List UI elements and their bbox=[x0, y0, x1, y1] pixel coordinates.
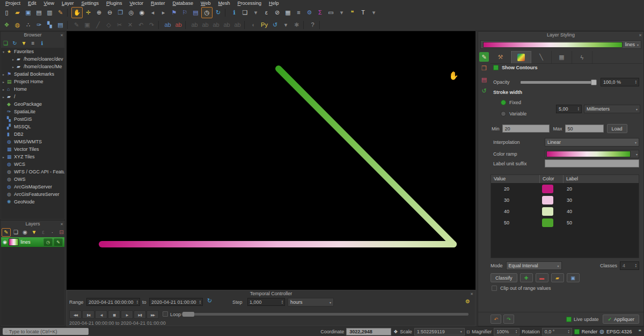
expand-tree-button[interactable]: ∙ bbox=[48, 229, 56, 236]
add-class-button[interactable]: ✚ bbox=[520, 273, 533, 282]
zoom-full-button[interactable]: ❐ bbox=[115, 8, 126, 18]
layer-selector-combo[interactable]: lines bbox=[480, 40, 641, 49]
map-canvas[interactable]: ✋ bbox=[67, 31, 475, 290]
digitize-line-button[interactable]: ╱ bbox=[93, 20, 103, 30]
rotation-spinbox[interactable]: 0,0 ° ▴▾ bbox=[542, 328, 572, 335]
add-spatialite-layer-button[interactable]: ✑ bbox=[34, 20, 44, 30]
add-selected-layers-button[interactable]: ❏ bbox=[2, 40, 10, 47]
min-input[interactable]: 20 bbox=[502, 125, 550, 133]
select-features-button[interactable]: ❏ bbox=[240, 8, 250, 18]
layer-labeling-button[interactable]: ab bbox=[163, 20, 173, 30]
select-by-expression-button[interactable]: ε bbox=[261, 8, 272, 18]
zoom-next-button[interactable]: ▸ bbox=[158, 8, 169, 18]
zoom-to-layer-button[interactable]: ◉ bbox=[137, 8, 147, 18]
statistics-panel-button[interactable]: Σ bbox=[315, 8, 325, 18]
browser-close-icon[interactable]: ✕ bbox=[60, 33, 63, 38]
browser-item[interactable]: ▸ ▰ /home/cloarec/Me bbox=[1, 63, 64, 70]
time-slider[interactable] bbox=[181, 313, 469, 316]
show-contours-checkbox[interactable] bbox=[493, 65, 499, 70]
locator-input[interactable]: ◌ Type to locate (Ctrl+K) bbox=[3, 328, 89, 335]
menu-item[interactable]: Edit bbox=[24, 0, 40, 6]
load-classes-button[interactable]: ▰ bbox=[551, 273, 564, 282]
map-tips-button[interactable]: ❝ bbox=[347, 8, 357, 18]
layer-diagram-button[interactable]: ab bbox=[173, 20, 184, 30]
spin-arrows-icon[interactable]: ▴▾ bbox=[634, 80, 636, 84]
browser-item[interactable]: ◆ GeoPackage bbox=[1, 100, 64, 108]
text-annotation-button[interactable]: T bbox=[358, 8, 368, 18]
grass-tools-button[interactable]: ◐ bbox=[248, 20, 259, 30]
classes-spinbox[interactable]: 4 ▴▾ bbox=[620, 261, 639, 270]
browser-item[interactable]: ▸ ▤ Project Home bbox=[1, 78, 64, 85]
styling-close-icon[interactable]: ✕ bbox=[639, 33, 642, 38]
help-button[interactable]: ? bbox=[308, 20, 318, 30]
deselect-features-button[interactable]: ⊘ bbox=[272, 8, 282, 18]
visibility-eye-icon[interactable]: ◉ bbox=[3, 239, 7, 245]
filter-expression-button[interactable]: ε bbox=[39, 229, 47, 236]
clip-out-of-range-checkbox[interactable] bbox=[492, 286, 497, 291]
open-project-button[interactable]: ▰ bbox=[12, 8, 23, 18]
menu-item[interactable]: Database bbox=[169, 0, 197, 6]
measure-button[interactable]: ▭ bbox=[326, 8, 336, 18]
step-unit-combo[interactable]: hours bbox=[288, 298, 334, 306]
browser-item[interactable]: ◍ WMS/WMTS bbox=[1, 138, 64, 145]
expander-icon[interactable]: ▸ bbox=[3, 72, 7, 76]
color-ramp-combo[interactable] bbox=[545, 150, 639, 158]
new-bookmark-button[interactable]: ⚑ bbox=[169, 8, 179, 18]
label-column-header[interactable]: Label bbox=[563, 175, 639, 183]
spin-arrows-icon[interactable]: ▴▾ bbox=[514, 330, 517, 334]
open-attribute-table-button[interactable]: ▦ bbox=[283, 8, 293, 18]
label-highlight-button[interactable]: ab bbox=[200, 20, 210, 30]
browser-item[interactable]: ◍ WCS bbox=[1, 160, 64, 168]
expander-icon[interactable]: ▾ bbox=[3, 50, 7, 54]
spin-arrows-icon[interactable]: ▴▾ bbox=[576, 107, 579, 111]
symbology-tab[interactable]: ✎ bbox=[479, 52, 489, 62]
time-slider-handle[interactable] bbox=[182, 312, 194, 317]
add-postgis-layer-button[interactable]: ▚ bbox=[45, 20, 55, 30]
browser-item[interactable]: ▚ PostGIS bbox=[1, 115, 64, 123]
toggle-editing-button[interactable]: ✎ bbox=[71, 20, 82, 30]
diagrams-tab[interactable]: ▤ bbox=[479, 75, 489, 84]
label-pin-button[interactable]: ab bbox=[189, 20, 200, 30]
opacity-slider[interactable] bbox=[521, 79, 597, 85]
temporal-layer-badge[interactable]: ◷ bbox=[43, 238, 53, 246]
spin-arrows-icon[interactable]: ▴▾ bbox=[567, 330, 569, 334]
max-input[interactable]: 50 bbox=[565, 125, 604, 133]
undo-style-button[interactable]: ↶ bbox=[491, 315, 501, 324]
undo-button[interactable]: ↶ bbox=[136, 20, 146, 30]
label-unit-suffix-input[interactable] bbox=[545, 159, 639, 167]
zoom-last-button[interactable]: ◂ bbox=[148, 8, 158, 18]
extents-icon[interactable]: ❖ bbox=[393, 329, 398, 334]
menu-item[interactable]: View bbox=[40, 0, 58, 6]
bookmark-manager-button[interactable]: ▤ bbox=[191, 8, 201, 18]
field-calculator-button[interactable]: ≡ bbox=[294, 8, 304, 18]
label-rotate-button[interactable]: ab bbox=[222, 20, 232, 30]
vertex-tool-button[interactable]: ◇ bbox=[104, 20, 114, 30]
tab-blending[interactable]: ϟ bbox=[572, 51, 592, 63]
pause-button[interactable]: ▮▮ bbox=[108, 310, 120, 319]
browser-item[interactable]: ▦ Vector Tiles bbox=[1, 145, 64, 153]
crs-globe-icon[interactable]: ◍ bbox=[599, 328, 604, 334]
remove-class-button[interactable]: ▬ bbox=[536, 273, 548, 282]
temporal-close-icon[interactable]: ✕ bbox=[470, 291, 473, 296]
expander-icon[interactable]: ▸ bbox=[3, 80, 7, 84]
add-vector-layer-button[interactable]: ◍ bbox=[12, 20, 23, 30]
mode-combo[interactable]: Equal Interval bbox=[506, 261, 562, 270]
pan-map-button[interactable]: ✋ bbox=[71, 7, 83, 18]
class-row[interactable]: 30 30 bbox=[491, 194, 639, 206]
save-project-button[interactable]: ▣ bbox=[23, 8, 33, 18]
browser-item[interactable]: ▾ ★ Favorites bbox=[1, 48, 64, 55]
lock-scale-icon[interactable]: ◘ bbox=[467, 329, 470, 334]
tab-contours[interactable] bbox=[511, 51, 531, 63]
cut-features-button[interactable]: ✂ bbox=[114, 20, 125, 30]
opacity-spinbox[interactable]: 100,0 % ▴▾ bbox=[601, 78, 639, 86]
zoom-in-button[interactable]: ⊕ bbox=[94, 8, 104, 18]
temporal-settings-gear-icon[interactable]: ⚙ bbox=[465, 298, 470, 304]
menu-item[interactable]: Help bbox=[265, 0, 283, 6]
color-column-header[interactable]: Color bbox=[539, 175, 563, 183]
menu-item[interactable]: Processing bbox=[233, 0, 265, 6]
class-row[interactable]: 20 20 bbox=[491, 183, 639, 194]
processing-caret[interactable]: ▾ bbox=[281, 20, 291, 30]
step-input[interactable]: 1,000 ▴▾ bbox=[247, 298, 285, 306]
layers-close-icon[interactable]: ✕ bbox=[60, 222, 63, 227]
open-layer-styling-button[interactable]: ✎ bbox=[2, 228, 11, 237]
